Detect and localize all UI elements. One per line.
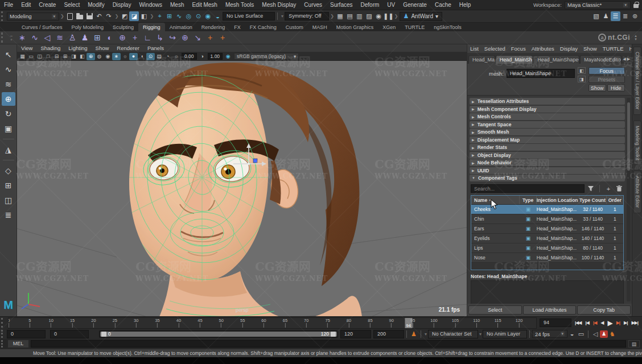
audio-icon[interactable]: ◁	[591, 330, 600, 338]
ae-menu-item[interactable]: TURTLE	[600, 46, 627, 52]
mesh-name-field[interactable]: Head_MainShape	[507, 69, 575, 78]
attribute-section-header[interactable]: ▶ Displacement Map	[470, 136, 625, 143]
shelf-options-icon[interactable]: ∘	[10, 38, 13, 42]
viewport-menu-item[interactable]: View	[17, 45, 36, 51]
attribute-editor-scrollbar[interactable]	[627, 98, 631, 301]
render-button[interactable]: ▦	[335, 11, 345, 21]
attribute-section-header[interactable]: ▼ Component Tags	[470, 175, 625, 181]
menu-item[interactable]: File	[0, 0, 17, 10]
shelf-tab[interactable]: Sculpting	[108, 23, 138, 31]
viewport-toolbar-button[interactable]: ⊙	[146, 53, 155, 60]
timeline-ruler[interactable]: 94 0 5 10 15	[8, 317, 537, 329]
range-slider[interactable]: 0 120	[99, 330, 338, 338]
viewport-toolbar-button[interactable]: ⊟	[52, 53, 61, 60]
menu-item[interactable]: Select	[60, 0, 84, 10]
ae-footer-button[interactable]: Copy Tab	[577, 305, 631, 315]
viewport-toolbar-button[interactable]: ◍	[95, 53, 104, 60]
shelf-collapse-icon[interactable]: ‒	[10, 34, 13, 38]
gamma-field[interactable]: 1.00	[208, 53, 223, 60]
rotate-tool[interactable]: ↻	[2, 107, 15, 121]
attribute-section-header[interactable]: ▶ Tessellation Attributes	[470, 98, 625, 105]
table-header-row[interactable]: Name▾ Type Injection Location Type Count…	[471, 196, 623, 205]
timeline-drag-handle[interactable]	[1, 318, 5, 328]
shelf-tool-button[interactable]: ⊞	[91, 32, 104, 44]
snap-button[interactable]: ⌖	[155, 11, 164, 21]
playback-button[interactable]: ▶|	[615, 320, 622, 325]
viewport-menu-item[interactable]: Show	[92, 45, 113, 51]
component-tag-row[interactable]: Cheeks ▣ Head_MainShap... 32 / 1140 1	[471, 205, 623, 214]
show-button[interactable]: Show	[588, 84, 606, 92]
shelf-tool-button[interactable]: +	[129, 32, 141, 44]
shelf-tool-button[interactable]: ⊕	[179, 32, 191, 44]
ae-node-tab[interactable]: Head_MainShape	[496, 55, 533, 64]
menu-item[interactable]: Create	[35, 0, 60, 10]
ae-footer-button[interactable]: Load Attributes	[523, 305, 577, 315]
focus-in-icon[interactable]: ◧	[578, 67, 586, 74]
menu-item[interactable]: Edit Mesh	[188, 0, 221, 10]
exposure-field[interactable]: 0.00	[182, 53, 197, 60]
shelf-tool-button[interactable]: +	[216, 32, 229, 44]
ae-node-tab[interactable]: Head_MainShapeOrig1	[533, 55, 579, 64]
playback-button[interactable]: |◀	[584, 320, 591, 325]
render-button[interactable]: ◉	[374, 11, 384, 21]
ae-menu-item[interactable]: List	[467, 46, 482, 52]
ae-menu-item[interactable]: Selected	[482, 46, 508, 52]
gamma-icon[interactable]: ◑	[198, 53, 207, 60]
chevron-down-icon[interactable]: ▾	[425, 332, 427, 337]
character-set-select[interactable]: No Character Set	[428, 330, 478, 338]
shelf-tool-button[interactable]: ∿	[28, 32, 41, 44]
viewport-toolbar-button[interactable]: ∗	[112, 53, 121, 60]
range-drag-handle[interactable]	[1, 330, 5, 338]
viewport-toolbar-button[interactable]: ☼	[121, 53, 129, 60]
cmd-drag-handle[interactable]	[1, 340, 5, 348]
tab-scroll-right-icon[interactable]: ▶	[627, 57, 630, 61]
playback-button[interactable]: ▶	[606, 319, 614, 327]
script-editor-icon[interactable]: ▤	[628, 340, 640, 348]
anim-layer-select[interactable]: No Anim Layer	[483, 330, 527, 338]
playblast-icon[interactable]: ▭	[577, 330, 586, 338]
ae-menu-item[interactable]: Focus	[508, 46, 529, 52]
attribute-section-header[interactable]: ▶ UUID	[470, 167, 625, 174]
component-tag-row[interactable]: Eyelids ▣ Head_MainShap... 140 / 1140 1	[471, 234, 623, 243]
shelf-tool-button[interactable]: ≋	[54, 32, 66, 44]
selection-mask-button[interactable]: ◩	[120, 11, 129, 21]
menu-item[interactable]: Deform	[357, 0, 384, 10]
color-space-select[interactable]: sRGB gamma (legacy) ▾	[234, 53, 299, 60]
last-tool[interactable]: ◮	[2, 143, 15, 156]
filter-funnel-icon[interactable]	[586, 184, 595, 193]
shelf-tool-button[interactable]: ◁	[41, 32, 54, 44]
shelf-tab[interactable]: TURTLE	[400, 23, 429, 31]
component-tag-row[interactable]: Ears ▣ Head_MainShap... 146 / 1140 1	[471, 224, 623, 234]
attribute-section-header[interactable]: ▶ Mesh Component Display	[470, 106, 625, 113]
render-button[interactable]: ▥	[355, 11, 364, 21]
viewport-toolbar-button[interactable]: ◉	[104, 53, 112, 60]
viewport-toolbar-button[interactable]: ◔	[163, 53, 172, 60]
render-button[interactable]: ▤	[345, 11, 355, 21]
chevron-down-icon[interactable]: ▾	[479, 332, 482, 337]
viewport-menu-item[interactable]: Shading	[36, 45, 64, 51]
snap-button[interactable]: ⊙	[194, 11, 203, 21]
snap-button[interactable]: ⊞	[164, 11, 174, 21]
shelf-tool-button[interactable]: ↳	[154, 32, 166, 44]
shelf-tab[interactable]: MASH	[308, 23, 332, 31]
mel-label[interactable]: MEL	[8, 340, 28, 348]
playback-button[interactable]: ▶|	[622, 320, 629, 325]
menu-item[interactable]: Help	[455, 0, 475, 10]
shelf-tab[interactable]: Motion Graphics	[332, 23, 378, 31]
shelf-tab[interactable]: ngSkinTools	[429, 23, 466, 31]
undo-button[interactable]: ↶	[94, 11, 104, 21]
viewport-toolbar-button[interactable]: □	[44, 53, 52, 60]
shelf-tool-button[interactable]: ↘	[191, 32, 204, 44]
viewport-toolbar-button[interactable]: ◨	[69, 53, 78, 60]
notes-field[interactable]	[471, 280, 624, 304]
open-scene-button[interactable]	[75, 11, 85, 21]
viewport-toolbar-button[interactable]: ◖	[138, 53, 146, 60]
ae-node-tab[interactable]: Head_Main	[468, 55, 495, 64]
attribute-section-header[interactable]: ▶ Mesh Controls	[470, 113, 625, 120]
mel-input[interactable]	[31, 340, 626, 348]
shelf-tool-button[interactable]: +	[204, 32, 216, 44]
component-tag-row[interactable]: Chin ▣ Head_MainShap... 33 / 1140 1	[471, 214, 623, 224]
focus-out-icon[interactable]: ◨	[578, 76, 586, 82]
anim-preferences-icon[interactable]: ♞	[608, 330, 617, 338]
comment-icon[interactable]: ◒	[567, 330, 577, 337]
